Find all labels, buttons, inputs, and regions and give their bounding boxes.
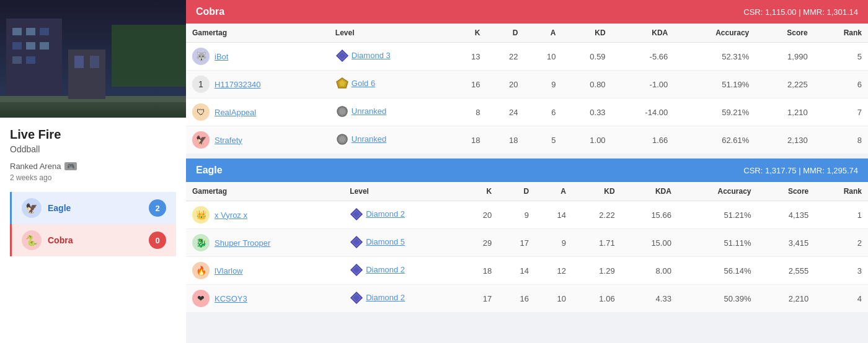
player-d: 9 [498, 201, 535, 229]
player-kda: 8.00 [621, 257, 678, 285]
rank-badge: Unranked [335, 105, 386, 118]
col-k-e: K [461, 182, 498, 201]
svg-rect-16 [90, 56, 99, 68]
table-row: ❤ KCSOY3 Diamond 2 17 16 10 1.06 4.33 50… [186, 285, 868, 313]
col-k: K [448, 24, 486, 43]
svg-point-24 [339, 136, 345, 142]
player-accuracy: 50.39% [678, 285, 758, 313]
player-level-cell: Diamond 3 [329, 43, 449, 71]
svg-rect-6 [40, 28, 49, 35]
player-name-link[interactable]: lVlarlow [215, 266, 243, 276]
player-score: 2,225 [755, 71, 813, 98]
player-gamertag-cell: 1 H117932340 [186, 71, 329, 98]
player-k: 20 [461, 201, 498, 229]
player-level-cell: Gold 6 [329, 71, 449, 98]
col-accuracy-e: Accuracy [678, 182, 758, 201]
player-avatar: 🛡 [192, 103, 210, 121]
player-a: 14 [535, 201, 572, 229]
player-a: 9 [535, 229, 572, 257]
player-d: 18 [486, 126, 524, 154]
eagle-header-name: Eagle [196, 165, 223, 176]
table-row: 🔥 lVlarlow Diamond 2 18 14 12 1.29 8.00 … [186, 257, 868, 285]
player-a: 5 [524, 126, 562, 154]
player-level-cell: Unranked [329, 98, 449, 126]
table-row: 🦅 Strafety Unranked 18 18 5 1.00 1.66 62… [186, 126, 868, 154]
eagle-score-badge: 2 [149, 199, 166, 217]
rank-badge: Diamond 2 [350, 207, 405, 221]
player-name-link[interactable]: Shuper Trooper [215, 238, 270, 248]
eagle-team-name: Eagle [48, 203, 149, 213]
team-row-cobra[interactable]: 🐍 Cobra 0 [10, 224, 176, 256]
player-avatar: 🐉 [192, 234, 210, 251]
rank-text-link[interactable]: Unranked [352, 106, 386, 116]
player-kd: 0.80 [562, 71, 611, 98]
player-a: 10 [535, 285, 572, 313]
rank-text-link[interactable]: Diamond 2 [366, 209, 405, 219]
player-gamertag-cell: ❤ KCSOY3 [186, 285, 343, 313]
player-accuracy: 51.19% [674, 71, 755, 98]
col-level-e: Level [343, 182, 461, 201]
rank-badge: Diamond 2 [350, 263, 405, 277]
rank-text-link[interactable]: Diamond 2 [366, 293, 405, 302]
team-row-eagle[interactable]: 🦅 Eagle 2 [10, 192, 176, 224]
svg-rect-5 [26, 28, 35, 35]
table-row: 👑 x Vyroz x Diamond 2 20 9 14 2.22 15.66… [186, 201, 868, 229]
player-kda: 4.33 [621, 285, 678, 313]
player-d: 22 [486, 43, 524, 71]
rank-text-link[interactable]: Unranked [352, 134, 386, 144]
player-name-link[interactable]: KCSOY3 [215, 294, 247, 303]
player-a: 12 [535, 257, 572, 285]
cobra-header-name: Cobra [196, 6, 224, 17]
player-d: 14 [498, 257, 535, 285]
rank-badge: Diamond 3 [335, 49, 391, 63]
player-accuracy: 59.21% [674, 98, 755, 126]
player-name-link[interactable]: H117932340 [215, 80, 260, 89]
player-score: 2,210 [758, 285, 815, 313]
eagle-section: Eagle CSR: 1,317.75 | MMR: 1,295.74 Game… [186, 158, 868, 312]
eagle-table-header: Gamertag Level K D A KD KDA Accuracy Sco… [186, 182, 868, 201]
player-gamertag-cell: 🛡 RealAppeal [186, 98, 329, 126]
playlist-label: Ranked Arena [10, 162, 61, 171]
col-a-e: A [535, 182, 572, 201]
player-kda: 15.00 [621, 229, 678, 257]
player-rank: 8 [814, 126, 868, 154]
rank-badge: Gold 6 [335, 77, 375, 90]
player-a: 6 [524, 98, 562, 126]
player-name-link[interactable]: x Vyroz x [215, 211, 247, 220]
cobra-header-csr: CSR: 1,115.00 | MMR: 1,301.14 [743, 7, 858, 17]
col-gamertag-e: Gamertag [186, 182, 343, 201]
player-accuracy: 52.31% [674, 43, 755, 71]
svg-rect-11 [26, 56, 35, 64]
col-kd-e: KD [572, 182, 621, 201]
player-name-link[interactable]: RealAppeal [215, 108, 256, 117]
svg-rect-1 [112, 25, 186, 87]
rank-text-link[interactable]: Gold 6 [352, 79, 375, 88]
game-title: Live Fire [10, 128, 176, 142]
rank-text-link[interactable]: Diamond 3 [352, 51, 391, 60]
player-kd: 2.22 [572, 201, 621, 229]
player-k: 29 [461, 229, 498, 257]
player-level-cell: Unranked [329, 126, 449, 154]
svg-rect-14 [68, 50, 105, 99]
player-avatar: 🔥 [192, 262, 210, 279]
player-k: 13 [448, 43, 486, 71]
player-name-link[interactable]: iBot [215, 52, 228, 61]
player-kd: 1.29 [572, 257, 621, 285]
cobra-score-badge: 0 [149, 232, 166, 249]
player-level-cell: Diamond 5 [343, 229, 461, 257]
player-d: 20 [486, 71, 524, 98]
player-kda: -1.00 [612, 71, 675, 98]
game-meta: Ranked Arena 🎮 [10, 162, 176, 171]
cobra-team-icon: 🐍 [22, 230, 42, 250]
col-accuracy: Accuracy [674, 24, 755, 43]
rank-badge: Diamond 5 [350, 235, 405, 249]
player-score: 2,555 [758, 257, 815, 285]
player-gamertag-cell: 🔥 lVlarlow [186, 257, 343, 285]
eagle-header: Eagle CSR: 1,317.75 | MMR: 1,295.74 [186, 158, 868, 182]
player-name-link[interactable]: Strafety [215, 136, 242, 145]
game-mode: Oddball [10, 144, 176, 154]
player-level-cell: Diamond 2 [343, 257, 461, 285]
rank-text-link[interactable]: Diamond 2 [366, 265, 405, 274]
col-rank-e: Rank [815, 182, 868, 201]
rank-text-link[interactable]: Diamond 5 [366, 237, 405, 246]
